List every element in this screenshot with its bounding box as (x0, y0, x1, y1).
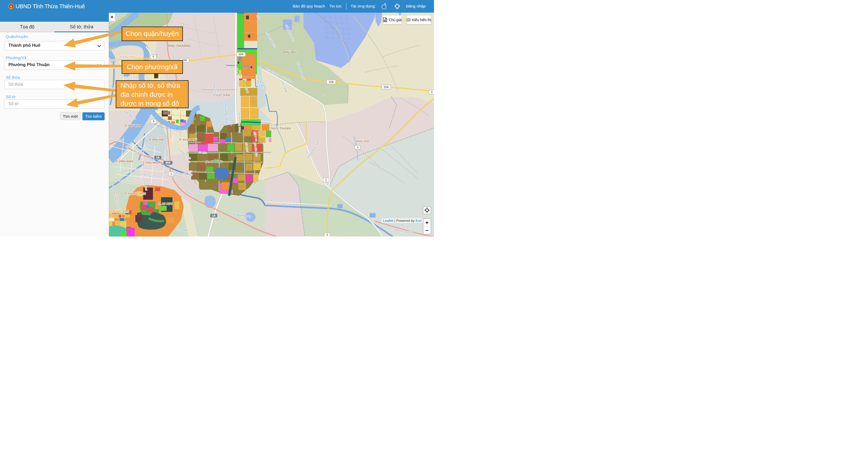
svg-text:P. PHÚ HỘI: P. PHÚ HỘI (149, 138, 164, 141)
svg-text:10A: 10A (329, 80, 334, 83)
svg-text:5: 5 (153, 55, 154, 58)
svg-text:P. PHÚ NHUẬN: P. PHÚ NHUẬN (143, 161, 162, 164)
svg-text:P. VĨNH NINH: P. VĨNH NINH (116, 160, 133, 163)
svg-text:3: 3 (357, 146, 359, 149)
svg-text:1: 1 (325, 178, 327, 181)
svg-text:Tố Hữu: Tố Hữu (198, 151, 207, 154)
svg-text:P. PHÚ HÒA: P. PHÚ HÒA (125, 124, 141, 127)
svg-text:PHÚ MỸ: PHÚ MỸ (283, 50, 296, 54)
svg-text:PHÚ THƯỢNG: PHÚ THƯỢNG (168, 44, 190, 47)
svg-text:49A: 49A (165, 161, 170, 164)
svg-text:10A: 10A (239, 53, 244, 56)
svg-text:PHÚ HỒ: PHÚ HỒ (356, 139, 369, 143)
svg-text:1A: 1A (212, 214, 216, 217)
svg-text:5: 5 (153, 120, 154, 123)
svg-text:P. AN ĐÔNG: P. AN ĐÔNG (207, 160, 223, 163)
svg-text:3: 3 (431, 90, 433, 94)
svg-text:1A: 1A (156, 156, 160, 159)
svg-text:THỦY THANH: THỦY THANH (270, 127, 291, 130)
svg-text:10A: 10A (383, 85, 389, 88)
svg-text:P. PHƯỚC VĨNH: P. PHƯỚC VĨNH (125, 192, 146, 195)
svg-text:g: g (323, 94, 325, 96)
svg-text:3: 3 (327, 233, 328, 236)
svg-text:Thành Ngoại: Thành Ngoại (109, 138, 123, 141)
svg-text:1: 1 (170, 172, 172, 175)
svg-text:Nguyễn: Nguyễn (109, 59, 117, 61)
svg-text:P. PHÚ HẬU: P. PHÚ HẬU (120, 55, 136, 59)
svg-text:P. XUÂN PHÚ: P. XUÂN PHÚ (179, 138, 197, 141)
svg-text:P. AN CỰU: P. AN CỰU (158, 202, 173, 205)
